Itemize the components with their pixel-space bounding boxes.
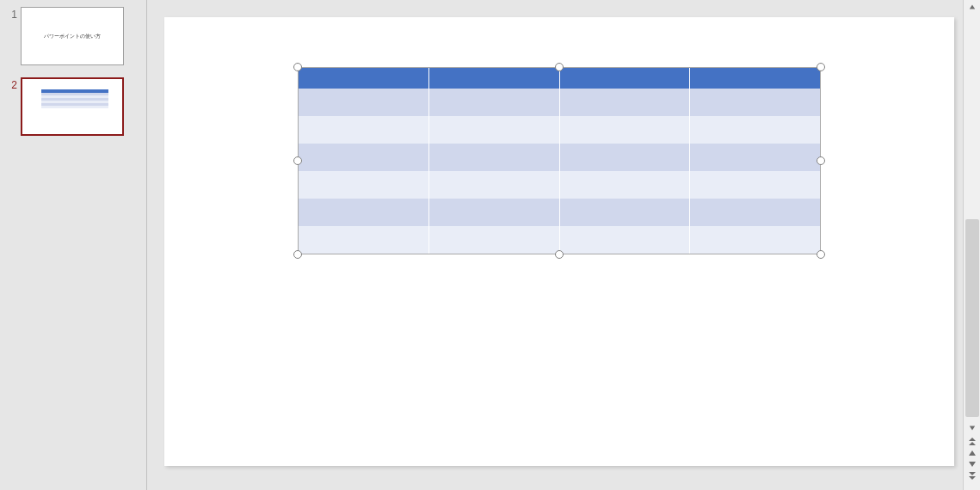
- previous-slide-button[interactable]: [964, 437, 980, 447]
- slide[interactable]: [164, 17, 954, 466]
- table-cell[interactable]: [690, 89, 821, 116]
- double-chevron-up-icon: [968, 438, 977, 446]
- table-cell[interactable]: [429, 89, 560, 116]
- next-slide-button[interactable]: [964, 470, 980, 481]
- table-row[interactable]: [299, 144, 820, 171]
- table-cell[interactable]: [690, 116, 821, 144]
- thumbnail-1-title: パワーポイントの使い方: [44, 33, 101, 40]
- resize-handle-top-center[interactable]: [555, 63, 564, 71]
- svg-marker-2: [969, 438, 976, 441]
- thumbnail-slide-2[interactable]: [21, 77, 124, 136]
- table-cell[interactable]: [559, 199, 690, 226]
- resize-handle-top-right[interactable]: [817, 63, 825, 71]
- svg-marker-7: [969, 476, 976, 480]
- table-object[interactable]: [298, 67, 821, 254]
- scroll-down-button[interactable]: [964, 421, 980, 435]
- table-cell[interactable]: [299, 226, 429, 254]
- table-cell[interactable]: [690, 144, 821, 171]
- resize-handle-top-left[interactable]: [293, 63, 302, 71]
- table-cell[interactable]: [690, 226, 821, 254]
- table-cell[interactable]: [690, 171, 821, 199]
- table-row[interactable]: [299, 116, 820, 144]
- chevron-down-icon: [969, 425, 976, 432]
- table-cell[interactable]: [559, 144, 690, 171]
- svg-marker-0: [970, 5, 975, 9]
- table-cell[interactable]: [690, 199, 821, 226]
- svg-marker-1: [970, 426, 975, 431]
- table-cell[interactable]: [429, 116, 560, 144]
- svg-marker-6: [969, 472, 976, 475]
- table-row[interactable]: [299, 89, 820, 116]
- table-header-cell[interactable]: [690, 68, 821, 89]
- table-cell[interactable]: [559, 116, 690, 144]
- table-row[interactable]: [299, 171, 820, 199]
- table-header-cell[interactable]: [299, 68, 429, 89]
- slide-thumbnail-panel: 1 パワーポイントの使い方 2: [0, 0, 146, 490]
- thumbnail-slide-1[interactable]: パワーポイントの使い方: [21, 7, 124, 65]
- table-cell[interactable]: [299, 171, 429, 199]
- table-cell[interactable]: [559, 89, 690, 116]
- table-cell[interactable]: [299, 116, 429, 144]
- table-cell[interactable]: [559, 226, 690, 254]
- resize-handle-middle-left[interactable]: [293, 156, 302, 165]
- table-cell[interactable]: [429, 171, 560, 199]
- resize-handle-bottom-center[interactable]: [555, 250, 564, 259]
- table-cell[interactable]: [429, 226, 560, 254]
- table[interactable]: [299, 68, 820, 254]
- table-cell[interactable]: [429, 199, 560, 226]
- thumbnail-row-1: 1 パワーポイントの使い方: [5, 7, 139, 65]
- thumbnail-number: 1: [5, 7, 21, 21]
- resize-handle-middle-right[interactable]: [817, 156, 825, 165]
- thumbnail-row-2: 2: [5, 77, 139, 136]
- table-cell[interactable]: [559, 171, 690, 199]
- next-object-button[interactable]: [964, 459, 980, 469]
- table-cell[interactable]: [299, 199, 429, 226]
- double-chevron-down-icon: [968, 471, 977, 480]
- svg-marker-4: [969, 450, 976, 456]
- scroll-up-button[interactable]: [964, 0, 980, 14]
- chevron-up-icon: [968, 450, 977, 456]
- resize-handle-bottom-right[interactable]: [817, 250, 825, 259]
- table-cell[interactable]: [429, 144, 560, 171]
- thumbnail-number: 2: [5, 77, 21, 91]
- slide-canvas-area: [147, 0, 963, 490]
- table-header-cell[interactable]: [559, 68, 690, 89]
- table-cell[interactable]: [299, 89, 429, 116]
- chevron-down-icon: [968, 461, 977, 468]
- thumbnail-2-table-preview: [41, 89, 108, 108]
- previous-object-button[interactable]: [964, 448, 980, 458]
- table-cell[interactable]: [299, 144, 429, 171]
- svg-marker-5: [969, 462, 976, 467]
- svg-marker-3: [969, 442, 976, 445]
- scrollbar-thumb[interactable]: [965, 219, 979, 417]
- resize-handle-bottom-left[interactable]: [293, 250, 302, 259]
- chevron-up-icon: [969, 3, 976, 10]
- vertical-scrollbar: [963, 0, 980, 490]
- table-header-cell[interactable]: [429, 68, 560, 89]
- table-row[interactable]: [299, 199, 820, 226]
